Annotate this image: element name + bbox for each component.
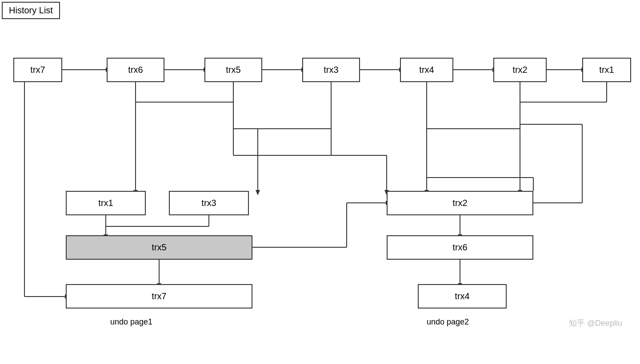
- page-label-lbl-page2: undo page2: [427, 317, 469, 327]
- title-box: History List: [2, 2, 60, 19]
- top-box-trx4: trx4: [400, 58, 453, 82]
- top-box-trx1: trx1: [582, 58, 631, 82]
- undo2-box-u2-trx6: trx6: [387, 235, 533, 260]
- undo2-box-u2-trx4: trx4: [418, 284, 507, 309]
- main-canvas: History List: [0, 0, 640, 364]
- undo1-box-u1-trx3: trx3: [169, 191, 249, 215]
- undo1-box-u1-trx7: trx7: [66, 284, 252, 309]
- top-box-trx5: trx5: [204, 58, 262, 82]
- watermark: 知乎 @Deepliu: [569, 318, 622, 328]
- undo2-box-u2-trx2: trx2: [387, 191, 533, 215]
- top-box-trx6: trx6: [107, 58, 164, 82]
- undo1-box-u1-trx1: trx1: [66, 191, 146, 215]
- title-label: History List: [9, 5, 53, 15]
- page-label-lbl-page1: undo page1: [110, 317, 152, 327]
- watermark-text: 知乎 @Deepliu: [569, 319, 622, 328]
- top-box-trx7: trx7: [13, 58, 62, 82]
- svg-marker-26: [256, 190, 260, 195]
- top-box-trx2: trx2: [493, 58, 547, 82]
- undo1-box-u1-trx5: trx5: [66, 235, 252, 260]
- top-box-trx3: trx3: [302, 58, 360, 82]
- diagram-arrows: [0, 0, 640, 364]
